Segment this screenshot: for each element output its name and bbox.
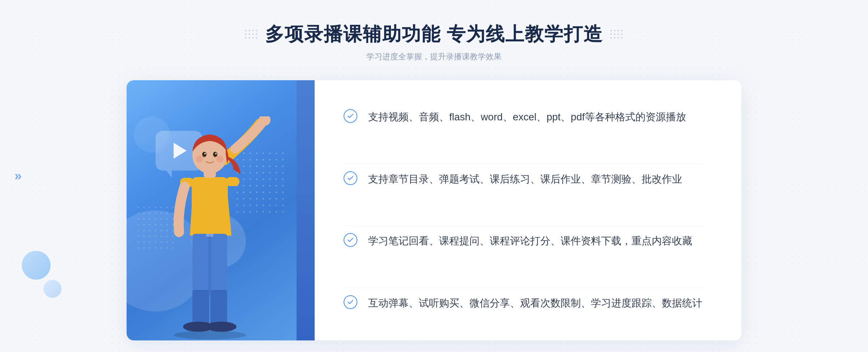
- svg-point-11: [204, 153, 206, 154]
- feature-item-1: 支持视频、音频、flash、word、excel、ppt、pdf等各种格式的资源…: [344, 102, 705, 133]
- header-section: 多项录播课辅助功能 专为线上教学打造 学习进度全掌握，提升录播课教学效果: [245, 22, 623, 62]
- blue-accent-bar: [297, 80, 315, 340]
- content-area: 支持视频、音频、flash、word、excel、ppt、pdf等各种格式的资源…: [127, 80, 741, 340]
- check-icon-1: [344, 109, 357, 123]
- feature-item-2: 支持章节目录、弹题考试、课后练习、课后作业、章节测验、批改作业: [344, 164, 705, 195]
- left-chevrons-decoration: »: [14, 168, 22, 184]
- svg-point-14: [216, 155, 224, 163]
- check-icon-3: [344, 233, 357, 247]
- page-container: 多项录播课辅助功能 专为线上教学打造 学习进度全掌握，提升录播课教学效果: [0, 0, 868, 352]
- check-icon-2: [344, 171, 357, 185]
- svg-point-9: [202, 152, 207, 157]
- header-title-row: 多项录播课辅助功能 专为线上教学打造: [245, 22, 623, 47]
- illustration-panel: [127, 80, 315, 340]
- feature-item-3: 学习笔记回看、课程提问、课程评论打分、课件资料下载，重点内容收藏: [344, 226, 705, 257]
- svg-rect-17: [192, 290, 209, 326]
- svg-rect-2: [192, 177, 228, 237]
- svg-point-12: [215, 153, 217, 154]
- feature-text-1: 支持视频、音频、flash、word、excel、ppt、pdf等各种格式的资源…: [368, 109, 686, 125]
- svg-rect-16: [208, 234, 211, 295]
- character-illustration: [137, 116, 282, 340]
- check-icon-4: [344, 295, 357, 309]
- feature-text-4: 互动弹幕、试听购买、微信分享、观看次数限制、学习进度跟踪、数据统计: [368, 295, 702, 312]
- right-dot-decoration: [610, 30, 623, 39]
- svg-rect-23: [206, 234, 213, 237]
- svg-rect-18: [210, 290, 227, 326]
- feature-text-2: 支持章节目录、弹题考试、课后练习、课后作业、章节测验、批改作业: [368, 171, 682, 188]
- page-title: 多项录播课辅助功能 专为线上教学打造: [265, 22, 603, 47]
- left-dot-decoration: [245, 30, 258, 39]
- content-panel: 支持视频、音频、flash、word、excel、ppt、pdf等各种格式的资源…: [315, 80, 741, 340]
- svg-rect-22: [210, 322, 229, 328]
- svg-rect-4: [226, 177, 239, 186]
- svg-point-0: [174, 331, 246, 339]
- svg-point-10: [213, 152, 217, 157]
- page-subtitle: 学习进度全掌握，提升录播课教学效果: [245, 51, 623, 62]
- feature-item-4: 互动弹幕、试听购买、微信分享、观看次数限制、学习进度跟踪、数据统计: [344, 288, 705, 319]
- feature-text-3: 学习笔记回看、课程提问、课程评论打分、课件资料下载，重点内容收藏: [368, 233, 692, 249]
- svg-point-13: [196, 155, 203, 163]
